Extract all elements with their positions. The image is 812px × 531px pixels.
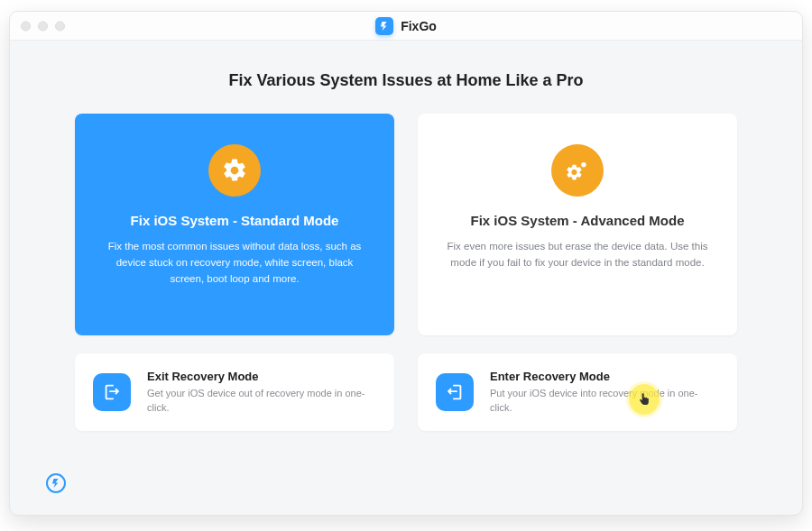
window-controls[interactable] [21, 21, 65, 31]
standard-mode-card[interactable]: Fix iOS System - Standard Mode Fix the m… [75, 114, 394, 335]
minimize-window-button[interactable] [38, 21, 48, 31]
gears-icon [551, 144, 604, 197]
advanced-mode-title: Fix iOS System - Advanced Mode [470, 213, 684, 228]
enter-recovery-desc: Put your iOS device into recovery mode i… [490, 387, 719, 415]
app-window: FixGo Fix Various System Issues at Home … [9, 11, 803, 516]
exit-recovery-desc: Get your iOS device out of recovery mode… [147, 387, 376, 415]
enter-icon [436, 373, 474, 411]
recovery-row: Exit Recovery Mode Get your iOS device o… [75, 353, 737, 431]
close-window-button[interactable] [21, 21, 31, 31]
feedback-icon[interactable] [46, 473, 66, 493]
app-title: FixGo [375, 17, 437, 35]
exit-icon [93, 373, 131, 411]
enter-recovery-card[interactable]: Enter Recovery Mode Put your iOS device … [418, 353, 737, 431]
app-logo-icon [375, 17, 393, 35]
gear-icon [208, 144, 261, 197]
standard-mode-desc: Fix the most common issues without data … [100, 239, 369, 287]
exit-recovery-title: Exit Recovery Mode [147, 370, 376, 383]
page-headline: Fix Various System Issues at Home Like a… [75, 71, 737, 90]
zoom-window-button[interactable] [55, 21, 65, 31]
enter-recovery-title: Enter Recovery Mode [490, 370, 719, 383]
advanced-mode-card[interactable]: Fix iOS System - Advanced Mode Fix even … [418, 114, 737, 335]
advanced-mode-desc: Fix even more issues but erase the devic… [443, 239, 712, 271]
standard-mode-title: Fix iOS System - Standard Mode [131, 213, 339, 228]
exit-recovery-card[interactable]: Exit Recovery Mode Get your iOS device o… [75, 353, 394, 431]
cursor-highlight [629, 384, 660, 415]
cursor-pointer-icon [637, 392, 651, 407]
main-content: Fix Various System Issues at Home Like a… [10, 41, 802, 431]
title-bar: FixGo [10, 12, 802, 41]
app-name-label: FixGo [401, 19, 437, 33]
mode-cards: Fix iOS System - Standard Mode Fix the m… [75, 114, 737, 335]
